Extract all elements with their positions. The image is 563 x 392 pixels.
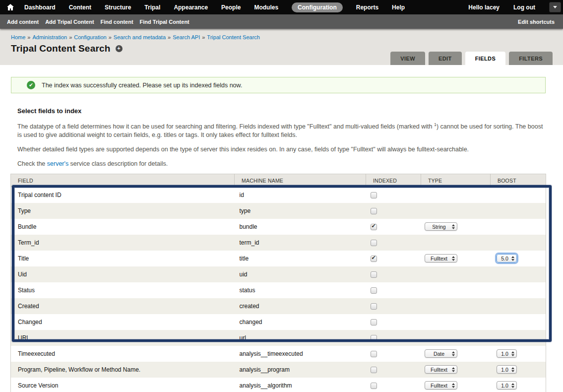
indexed-checkbox[interactable] bbox=[371, 192, 377, 198]
shortcut-add-tripal-content[interactable]: Add Tripal Content bbox=[45, 19, 94, 25]
tab-filters[interactable]: FILTERS bbox=[509, 52, 553, 65]
type-cell bbox=[421, 235, 491, 251]
type-cell bbox=[421, 282, 491, 298]
breadcrumb-administration[interactable]: Administration bbox=[32, 34, 67, 40]
boost-select[interactable]: 1.0 bbox=[497, 349, 517, 358]
edit-shortcuts-link[interactable]: Edit shortcuts bbox=[518, 19, 555, 25]
shortcut-find-tripal-content[interactable]: Find Tripal Content bbox=[140, 19, 189, 25]
indexed-checkbox[interactable] bbox=[371, 351, 377, 357]
paragraph-text: Check the bbox=[17, 160, 47, 167]
column-header-indexed: INDEXED bbox=[366, 174, 421, 187]
select-value: 1.0 bbox=[500, 351, 510, 357]
intro-paragraph-3: Check the server's service class descrip… bbox=[17, 160, 546, 168]
breadcrumb-search-api[interactable]: Search API bbox=[173, 34, 200, 40]
table-row: Timeexecutedanalysis__timeexecutedDate1.… bbox=[11, 346, 546, 362]
boost-cell bbox=[491, 266, 546, 282]
field-name: Title bbox=[11, 251, 235, 266]
indexed-cell: ✔ bbox=[366, 219, 421, 235]
select-spinner-icon bbox=[452, 256, 455, 261]
indexed-cell: ✔ bbox=[366, 251, 421, 266]
boost-select[interactable]: 1.0 bbox=[497, 365, 517, 374]
select-spinner-icon bbox=[511, 351, 514, 356]
shortcut-add-content[interactable]: Add content bbox=[7, 19, 39, 25]
shortcut-find-content[interactable]: Find content bbox=[101, 19, 133, 25]
menu-dashboard[interactable]: Dashboard bbox=[24, 4, 56, 11]
type-select[interactable]: Fulltext bbox=[425, 365, 457, 374]
indexed-cell bbox=[366, 298, 421, 314]
paragraph-text: The datatype of a field determines how i… bbox=[17, 123, 434, 130]
server-link[interactable]: server's bbox=[47, 160, 68, 167]
breadcrumb-configuration[interactable]: Configuration bbox=[74, 34, 106, 40]
machine-name: uid bbox=[235, 266, 366, 282]
table-row: Tripal content IDid bbox=[11, 187, 546, 203]
menu-people[interactable]: People bbox=[221, 4, 241, 11]
field-name: Uid bbox=[11, 266, 235, 282]
boost-cell bbox=[491, 298, 546, 314]
indexed-checkbox[interactable] bbox=[371, 208, 377, 214]
breadcrumb-search-and-metadata[interactable]: Search and metadata bbox=[114, 34, 166, 40]
tab-view[interactable]: VIEW bbox=[390, 52, 425, 65]
boost-cell: 5.0 bbox=[491, 251, 546, 266]
field-name: Program, Pipeline, Workflow or Method Na… bbox=[11, 362, 235, 378]
breadcrumb-separator: » bbox=[69, 34, 72, 40]
breadcrumb-tripal-content-search[interactable]: Tripal Content Search bbox=[207, 34, 260, 40]
boost-cell: 1.0 bbox=[491, 378, 546, 392]
machine-name: status bbox=[235, 282, 366, 298]
indexed-cell bbox=[366, 282, 421, 298]
indexed-checkbox[interactable] bbox=[371, 303, 377, 310]
field-name: Bundle bbox=[11, 219, 235, 235]
user-greeting-link[interactable]: Hello lacey bbox=[468, 4, 500, 11]
table-row: Createdcreated bbox=[11, 298, 546, 314]
field-name: URL bbox=[11, 330, 235, 346]
indexed-checkbox[interactable] bbox=[371, 287, 377, 294]
menu-reports[interactable]: Reports bbox=[356, 4, 378, 11]
table-row: Titletitle✔Fulltext5.0 bbox=[11, 251, 546, 266]
indexed-cell bbox=[366, 203, 421, 219]
indexed-checkbox[interactable] bbox=[371, 271, 377, 278]
page-header: Home»Administration»Configuration»Search… bbox=[0, 29, 563, 65]
indexed-checkbox[interactable] bbox=[371, 335, 377, 341]
add-shortcut-icon[interactable]: + bbox=[116, 45, 123, 52]
indexed-checkbox[interactable]: ✔ bbox=[371, 224, 377, 230]
menu-tripal[interactable]: Tripal bbox=[144, 4, 160, 11]
breadcrumb-home[interactable]: Home bbox=[11, 34, 25, 40]
admin-toolbar-right: Hello lacey Log out bbox=[468, 2, 561, 12]
tab-edit[interactable]: EDIT bbox=[429, 52, 462, 65]
menu-help[interactable]: Help bbox=[392, 4, 405, 11]
indexed-cell bbox=[366, 362, 421, 378]
select-spinner-icon bbox=[511, 383, 514, 388]
indexed-checkbox[interactable] bbox=[371, 319, 377, 326]
field-name: Changed bbox=[11, 314, 235, 330]
indexed-checkbox[interactable] bbox=[371, 367, 377, 373]
machine-name: analysis__program bbox=[235, 362, 366, 378]
menu-content[interactable]: Content bbox=[69, 4, 91, 11]
type-select[interactable]: Fulltext bbox=[425, 254, 457, 262]
indexed-checkbox[interactable] bbox=[371, 383, 377, 389]
select-value: String bbox=[428, 224, 450, 230]
type-cell: Fulltext bbox=[421, 251, 491, 266]
menu-appearance[interactable]: Appearance bbox=[174, 4, 208, 11]
chevron-down-icon bbox=[553, 6, 557, 8]
tab-fields[interactable]: FIELDS bbox=[465, 52, 506, 65]
logout-link[interactable]: Log out bbox=[513, 4, 535, 11]
boost-select[interactable]: 1.0 bbox=[497, 381, 517, 390]
type-select[interactable]: String bbox=[425, 222, 457, 231]
indexed-checkbox[interactable] bbox=[371, 240, 377, 246]
menu-modules[interactable]: Modules bbox=[254, 4, 278, 11]
type-select[interactable]: Fulltext bbox=[425, 381, 457, 390]
primary-tabs: VIEW EDIT FIELDS FILTERS bbox=[390, 52, 553, 65]
checkmark-icon: ✔ bbox=[372, 223, 376, 229]
machine-name: id bbox=[235, 187, 366, 203]
home-icon[interactable] bbox=[4, 0, 16, 14]
indexed-cell bbox=[366, 314, 421, 330]
menu-configuration[interactable]: Configuration bbox=[292, 2, 343, 12]
menu-structure[interactable]: Structure bbox=[105, 4, 131, 11]
boost-cell bbox=[491, 187, 546, 203]
toolbar-toggle-button[interactable] bbox=[549, 2, 561, 12]
intro-paragraph-2: Whether detailed field types are support… bbox=[17, 145, 546, 154]
indexed-checkbox[interactable]: ✔ bbox=[371, 256, 377, 262]
table-row: Term_idterm_id bbox=[11, 235, 546, 251]
type-select[interactable]: Date bbox=[425, 349, 457, 358]
breadcrumb-separator: » bbox=[27, 34, 30, 40]
boost-select[interactable]: 5.0 bbox=[497, 254, 517, 262]
